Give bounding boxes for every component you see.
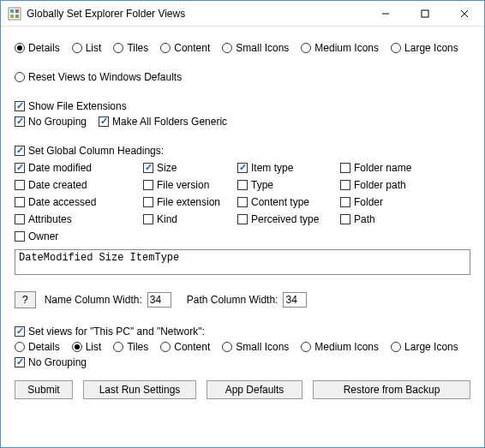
column-label: File extension xyxy=(157,196,220,208)
svg-rect-6 xyxy=(422,10,428,17)
checkbox-icon xyxy=(340,180,350,190)
minimize-button[interactable] xyxy=(366,1,405,27)
column-label: Perceived type xyxy=(251,213,319,225)
column-check-content-type[interactable]: Content type xyxy=(237,196,333,208)
thispc-view-radio-tiles[interactable]: Tiles xyxy=(113,341,148,353)
radio-dot-icon xyxy=(15,43,25,53)
column-label: Attributes xyxy=(28,213,72,225)
column-check-owner[interactable]: Owner xyxy=(15,230,136,242)
column-check-perceived-type[interactable]: Perceived type xyxy=(237,213,333,225)
thispc-nogrouping-check[interactable]: No Grouping xyxy=(15,356,87,368)
checkbox-icon xyxy=(237,197,248,207)
svg-rect-1 xyxy=(10,9,14,13)
set-global-headings-label: Set Global Column Headings: xyxy=(28,145,164,157)
column-check-attributes[interactable]: Attributes xyxy=(15,213,136,225)
no-grouping-check[interactable]: No Grouping xyxy=(15,116,87,128)
column-check-folder[interactable]: Folder xyxy=(340,196,445,208)
column-label: Owner xyxy=(28,230,58,242)
checkbox-icon xyxy=(143,163,153,173)
thispc-view-radio-details[interactable]: Details xyxy=(15,341,60,353)
make-generic-label: Make All Folders Generic xyxy=(112,116,227,128)
view-radio-details[interactable]: Details xyxy=(15,42,60,54)
make-generic-check[interactable]: Make All Folders Generic xyxy=(99,116,227,128)
path-width-label: Path Column Width: xyxy=(187,294,278,306)
view-label: Small Icons xyxy=(236,42,289,54)
column-check-type[interactable]: Type xyxy=(237,179,333,191)
column-check-path[interactable]: Path xyxy=(340,213,445,225)
reset-views-radio[interactable]: Reset Views to Windows Defaults xyxy=(15,71,182,83)
thispc-view-radio-list[interactable]: List xyxy=(72,341,102,353)
thispc-view-radio-medium-icons[interactable]: Medium Icons xyxy=(301,341,379,353)
view-radio-tiles[interactable]: Tiles xyxy=(113,42,148,54)
checkbox-icon xyxy=(15,180,25,190)
thispc-view-label: Medium Icons xyxy=(314,341,379,353)
close-button[interactable] xyxy=(445,1,484,27)
column-label: Date accessed xyxy=(28,196,96,208)
set-thispc-check[interactable]: Set views for "This PC" and "Network": xyxy=(15,326,205,337)
checkbox-icon xyxy=(143,180,153,190)
view-label: List xyxy=(86,42,102,54)
show-file-extensions-label: Show File Extensions xyxy=(28,100,127,112)
column-check-file-extension[interactable]: File extension xyxy=(143,196,231,208)
radio-dot-icon xyxy=(72,43,82,53)
column-label: Path xyxy=(354,213,375,225)
column-check-date-created[interactable]: Date created xyxy=(15,179,136,191)
thispc-view-label: Small Icons xyxy=(236,341,289,353)
maximize-button[interactable] xyxy=(405,1,445,27)
svg-rect-2 xyxy=(15,9,19,13)
column-check-date-modified[interactable]: Date modified xyxy=(15,162,136,174)
thispc-nogrouping-label: No Grouping xyxy=(28,356,87,368)
column-check-folder-name[interactable]: Folder name xyxy=(340,162,445,174)
column-label: Kind xyxy=(157,213,177,225)
restore-backup-button[interactable]: Restore from Backup xyxy=(313,380,470,399)
checkbox-icon xyxy=(237,180,248,190)
show-file-extensions-check[interactable]: Show File Extensions xyxy=(15,100,127,112)
submit-button[interactable]: Submit xyxy=(15,380,73,399)
radio-dot-icon xyxy=(222,43,232,53)
column-check-item-type[interactable]: Item type xyxy=(237,162,333,174)
app-defaults-button[interactable]: App Defaults xyxy=(207,380,302,399)
column-check-folder-path[interactable]: Folder path xyxy=(340,179,445,191)
view-radio-medium-icons[interactable]: Medium Icons xyxy=(301,42,379,54)
checkbox-icon xyxy=(15,214,25,224)
columns-text-output[interactable] xyxy=(15,249,470,275)
name-width-label: Name Column Width: xyxy=(45,294,142,306)
view-radio-content[interactable]: Content xyxy=(160,42,210,54)
column-label: Date modified xyxy=(28,162,92,174)
set-thispc-label: Set views for "This PC" and "Network": xyxy=(28,326,205,337)
thispc-view-radio-small-icons[interactable]: Small Icons xyxy=(222,341,289,353)
thispc-view-label: Large Icons xyxy=(404,341,458,353)
column-check-size[interactable]: Size xyxy=(143,162,231,174)
checkbox-icon xyxy=(15,231,25,242)
no-grouping-label: No Grouping xyxy=(28,116,87,128)
radio-dot-icon xyxy=(160,342,171,352)
column-check-file-version[interactable]: File version xyxy=(143,179,231,191)
view-label: Content xyxy=(174,42,210,54)
column-label: Size xyxy=(157,162,177,174)
radio-dot-icon xyxy=(160,43,171,53)
last-run-button[interactable]: Last Run Settings xyxy=(83,380,196,399)
checkbox-icon xyxy=(143,214,153,224)
thispc-view-radio-large-icons[interactable]: Large Icons xyxy=(391,341,458,353)
checkbox-icon xyxy=(15,197,25,207)
checkbox-icon xyxy=(340,163,350,173)
checkbox-icon xyxy=(15,163,25,173)
view-radio-small-icons[interactable]: Small Icons xyxy=(222,42,289,54)
column-check-kind[interactable]: Kind xyxy=(143,213,231,225)
path-width-input[interactable] xyxy=(283,292,307,308)
reset-views-label: Reset Views to Windows Defaults xyxy=(28,71,182,83)
checkbox-icon xyxy=(237,214,248,224)
svg-rect-3 xyxy=(10,15,14,18)
name-width-input[interactable] xyxy=(147,292,171,308)
radio-dot-icon xyxy=(113,342,123,352)
view-radio-list[interactable]: List xyxy=(72,42,102,54)
column-label: Folder name xyxy=(354,162,411,174)
thispc-view-radio-content[interactable]: Content xyxy=(160,341,210,353)
column-check-date-accessed[interactable]: Date accessed xyxy=(15,196,136,208)
help-button[interactable]: ? xyxy=(15,291,36,308)
set-global-headings-check[interactable]: Set Global Column Headings: xyxy=(15,145,164,157)
window-title: Globally Set Explorer Folder Views xyxy=(27,8,366,20)
radio-dot-icon xyxy=(72,342,82,352)
thispc-view-group: DetailsListTilesContentSmall IconsMedium… xyxy=(15,341,470,353)
view-radio-large-icons[interactable]: Large Icons xyxy=(391,42,458,54)
